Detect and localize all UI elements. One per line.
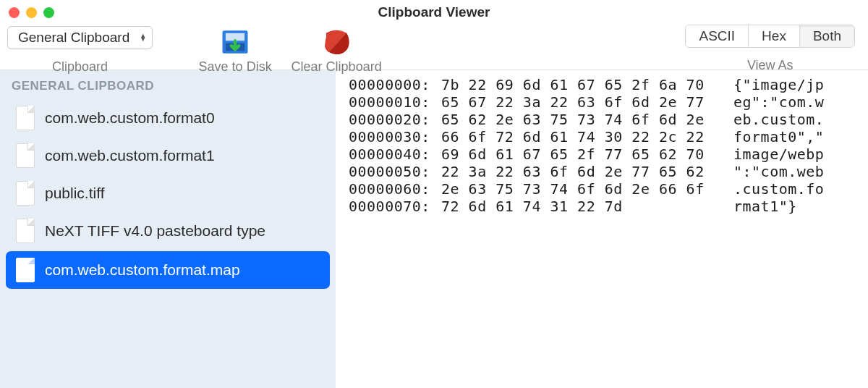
hex-bytes: 69 6d 61 67 65 2f 77 65 62 70 [441,146,733,163]
hex-row: 00000000:7b 22 69 6d 61 67 65 2f 6a 70{"… [349,76,855,93]
hex-bytes: 7b 22 69 6d 61 67 65 2f 6a 70 [441,76,733,93]
save-to-disk-button[interactable]: Save to Disk [184,26,286,75]
view-as-label: View As [747,58,793,73]
hex-bytes: 65 67 22 3a 22 63 6f 6d 2e 77 [441,93,733,111]
hex-bytes: 22 3a 22 63 6f 6d 2e 77 65 62 [441,163,733,180]
hex-offset: 00000030: [349,128,441,146]
sidebar-item[interactable]: com.web.custom.format0 [0,99,336,137]
view-as-hex[interactable]: Hex [749,25,800,47]
toolbar: General Clipboard ▲▼ Clipboard Save to D… [0,25,868,69]
hex-bytes: 65 62 2e 63 75 73 74 6f 6d 2e [441,111,733,128]
floppy-disk-icon [220,26,250,58]
sidebar-item[interactable]: NeXT TIFF v4.0 pasteboard type [0,212,336,250]
view-as-segmented: ASCII Hex Both [685,25,855,48]
view-as-both[interactable]: Both [800,25,854,47]
sidebar-item-label: public.tiff [45,185,105,202]
hex-row: 00000030:66 6f 72 6d 61 74 30 22 2c 22fo… [349,128,855,146]
view-as-group: ASCII Hex Both View As [685,25,855,73]
hex-ascii: image/webp [733,146,824,163]
document-icon [16,219,35,243]
sidebar-header: GENERAL CLIPBOARD [0,77,336,99]
close-window-button[interactable] [9,7,20,18]
hex-row: 00000060:2e 63 75 73 74 6f 6d 2e 66 6f.c… [349,180,855,198]
clipboard-selector-value: General Clipboard [18,30,129,46]
sidebar-item[interactable]: public.tiff [0,174,336,212]
sidebar-item[interactable]: com.web.custom.format1 [0,137,336,174]
maximize-window-button[interactable] [43,7,54,18]
sidebar-item-label: com.web.custom.format.map [45,261,240,279]
hex-row: 00000040:69 6d 61 67 65 2f 77 65 62 70im… [349,146,855,163]
hex-ascii: .custom.fo [733,180,824,198]
hex-offset: 00000010: [349,93,441,111]
hex-row: 00000070:72 6d 61 74 31 22 7drmat1"} [349,198,855,215]
sidebar-item-label: com.web.custom.format0 [45,109,215,127]
document-icon [16,258,35,282]
clipboard-selector-label: Clipboard [52,59,108,75]
minimize-window-button[interactable] [26,7,37,18]
content: GENERAL CLIPBOARD com.web.custom.format0… [0,70,868,388]
hex-ascii: rmat1"} [733,198,797,215]
window-title: Clipboard Viewer [0,4,868,20]
document-icon [16,106,35,130]
hex-ascii: {"image/jp [733,76,824,93]
sidebar-item[interactable]: com.web.custom.format.map [6,251,330,289]
clear-clipboard-label: Clear Clipboard [292,59,382,75]
hex-offset: 00000020: [349,111,441,128]
hex-bytes: 2e 63 75 73 74 6f 6d 2e 66 6f [441,180,733,198]
hex-offset: 00000060: [349,180,441,198]
hex-offset: 00000000: [349,76,441,93]
hex-ascii: ":"com.web [733,163,824,180]
hex-bytes: 72 6d 61 74 31 22 7d [441,198,733,215]
chevron-updown-icon: ▲▼ [140,34,146,41]
clear-clipboard-button[interactable]: Clear Clipboard [286,26,387,75]
hex-offset: 00000040: [349,146,441,163]
clipboard-selector[interactable]: General Clipboard ▲▼ [7,26,153,49]
hex-ascii: eb.custom. [733,111,824,128]
hex-pane: 00000000:7b 22 69 6d 61 67 65 2f 6a 70{"… [336,70,868,388]
document-icon [16,143,35,168]
save-to-disk-label: Save to Disk [199,59,272,75]
traffic-lights [9,7,54,18]
hex-bytes: 66 6f 72 6d 61 74 30 22 2c 22 [441,128,733,146]
sidebar-item-label: NeXT TIFF v4.0 pasteboard type [45,222,265,240]
hex-offset: 00000050: [349,163,441,180]
view-as-ascii[interactable]: ASCII [686,25,749,47]
sidebar: GENERAL CLIPBOARD com.web.custom.format0… [0,70,336,388]
hex-row: 00000050:22 3a 22 63 6f 6d 2e 77 65 62":… [349,163,855,180]
document-icon [16,181,35,206]
sidebar-list: com.web.custom.format0com.web.custom.for… [0,99,336,289]
titlebar: Clipboard Viewer [0,0,868,25]
clipboard-selector-group: General Clipboard ▲▼ Clipboard [7,26,153,75]
hex-ascii: eg":"com.w [733,93,824,111]
hex-ascii: format0"," [733,128,824,146]
hex-row: 00000010:65 67 22 3a 22 63 6f 6d 2e 77eg… [349,93,855,111]
red-x-icon [321,26,352,58]
sidebar-item-label: com.web.custom.format1 [45,147,215,164]
hex-offset: 00000070: [349,198,441,215]
hex-row: 00000020:65 62 2e 63 75 73 74 6f 6d 2eeb… [349,111,855,128]
